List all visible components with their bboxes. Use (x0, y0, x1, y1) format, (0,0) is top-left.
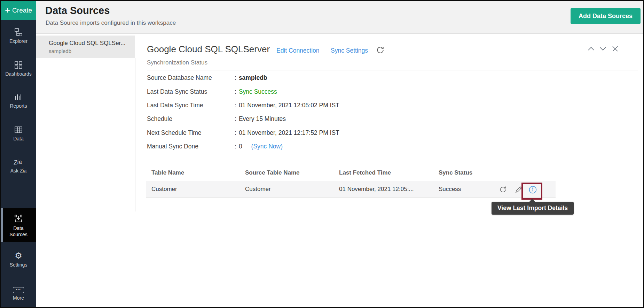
column-header-source-table-name: Source Table Name (245, 169, 300, 176)
field-value: 01 November, 2021 12:17:52 PM IST (239, 129, 339, 137)
cell-last-fetched-time: 01 November, 2021 12:05:... (339, 186, 414, 193)
sidebar-item-settings[interactable]: ⚙ Settings (1, 251, 36, 268)
row-sync-icon[interactable] (499, 185, 507, 195)
sidebar-item-reports[interactable]: Reports (1, 92, 36, 109)
chevron-up-icon[interactable] (587, 45, 595, 54)
sidebar-item-label: More (1, 295, 36, 301)
close-icon[interactable] (611, 45, 619, 54)
sidebar-item-dashboards[interactable]: Dashboards (1, 60, 36, 77)
sync-settings-link[interactable]: Sync Settings (331, 47, 368, 54)
column-header-sync-status: Sync Status (439, 169, 472, 176)
sidebar-item-label: Dashboards (1, 71, 36, 77)
field-row: Schedule : Every 15 Minutes (147, 112, 411, 126)
field-value: 0 (239, 143, 242, 150)
create-button-label: Create (12, 7, 32, 14)
field-row: Last Data Sync Time : 01 November, 2021 … (147, 99, 411, 112)
sidebar-item-label: Data Sources (7, 225, 30, 238)
sidebar-item-ask-zia[interactable]: Zia Ask Zia (1, 157, 36, 174)
edit-connection-link[interactable]: Edit Connection (276, 47, 320, 54)
cell-sync-status: Success (439, 186, 461, 193)
cell-source-table-name: Customer (245, 186, 271, 193)
sidebar-item-label: Explorer (1, 38, 36, 44)
sidebar: + Create Explorer Dashboards (1, 1, 36, 307)
detail-title: Google Cloud SQL SQLServer (147, 44, 270, 55)
row-edit-icon[interactable] (515, 185, 523, 195)
source-name: Google Cloud SQL SQLSer... (49, 39, 135, 47)
active-indicator (1, 208, 3, 242)
sync-status-fields: Source Database Name : sampledb Last Dat… (147, 71, 411, 153)
sidebar-item-label: Ask Zia (1, 168, 36, 174)
page-header: Data Sources Data Source imports configu… (36, 1, 643, 34)
sidebar-item-data[interactable]: Data (1, 125, 36, 142)
section-title: Synchronization Status (147, 59, 207, 66)
add-data-sources-button[interactable]: Add Data Sources (571, 8, 641, 24)
section-divider (147, 70, 638, 70)
app-window: + Create Explorer Dashboards (0, 0, 644, 308)
field-label: Source Database Name (147, 74, 235, 82)
field-label: Last Data Sync Status (147, 88, 235, 95)
sync-now-link[interactable]: (Sync Now) (251, 143, 283, 150)
bar-chart-icon (1, 92, 36, 102)
field-label: Last Data Sync Time (147, 102, 235, 109)
row-info-icon[interactable] (528, 185, 537, 195)
table-row: Customer Customer 01 November, 2021 12:0… (146, 181, 556, 198)
plus-icon: + (5, 6, 10, 15)
chevron-down-icon[interactable] (599, 45, 607, 54)
source-list-item[interactable]: Google Cloud SQL SQLSer... sampledb (36, 36, 135, 58)
panel-divider (135, 58, 135, 211)
field-label: Manual Sync Done (147, 143, 235, 150)
grid-icon (1, 60, 36, 70)
sidebar-item-label: Data (1, 136, 36, 142)
field-row: Last Data Sync Status : Sync Success (147, 85, 411, 98)
field-row: Source Database Name : sampledb (147, 71, 411, 85)
gear-icon: ⚙ (1, 251, 36, 261)
column-header-table-name: Table Name (151, 169, 184, 176)
sidebar-item-label: Reports (1, 103, 36, 109)
import-tray-icon (1, 214, 36, 223)
field-label: Next Schedule Time (147, 129, 235, 137)
sidebar-item-explorer[interactable]: Explorer (1, 27, 36, 44)
field-value: Every 15 Minutes (239, 115, 286, 123)
source-database: sampledb (49, 47, 135, 55)
page-title: Data Sources (45, 5, 110, 16)
sync-status-value: Sync Success (239, 88, 277, 95)
table-icon (1, 125, 36, 134)
sidebar-item-more[interactable]: ••• More (1, 284, 36, 301)
sidebar-item-label: Settings (1, 262, 36, 268)
field-row: Manual Sync Done : 0 (Sync Now) (147, 140, 411, 153)
page-subtitle: Data Source imports configured in this w… (46, 20, 176, 26)
column-header-last-fetched-time: Last Fetched Time (339, 169, 391, 176)
field-value: sampledb (239, 74, 267, 82)
create-button[interactable]: + Create (1, 1, 36, 20)
svg-text:Zia: Zia (13, 159, 22, 166)
tooltip: View Last Import Details (492, 202, 574, 215)
refresh-icon[interactable] (376, 46, 385, 56)
zia-script-icon: Zia (1, 157, 36, 167)
field-label: Schedule (147, 115, 235, 123)
field-row: Next Schedule Time : 01 November, 2021 1… (147, 126, 411, 140)
sidebar-item-data-sources[interactable]: Data Sources (1, 208, 36, 242)
flowchart-icon (1, 27, 36, 37)
field-value: 01 November, 2021 12:05:02 PM IST (239, 102, 339, 109)
cell-table-name: Customer (151, 186, 177, 193)
ellipsis-icon: ••• (1, 284, 36, 294)
